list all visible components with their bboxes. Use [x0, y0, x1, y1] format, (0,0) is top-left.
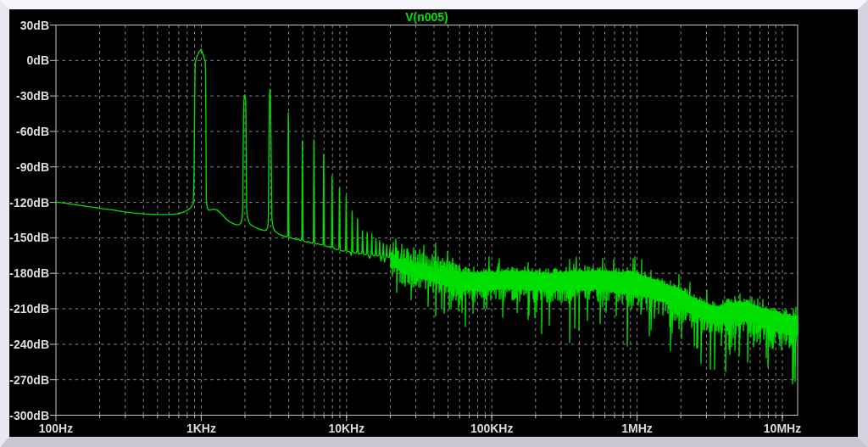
svg-text:100KHz: 100KHz — [470, 422, 514, 435]
svg-text:V(n005): V(n005) — [405, 10, 448, 24]
svg-text:-210dB: -210dB — [9, 302, 49, 316]
svg-text:10MHz: 10MHz — [764, 422, 801, 435]
svg-text:-60dB: -60dB — [16, 125, 49, 138]
svg-text:100Hz: 100Hz — [39, 422, 73, 435]
svg-text:-120dB: -120dB — [9, 196, 49, 210]
svg-text:10KHz: 10KHz — [328, 422, 364, 435]
svg-text:-90dB: -90dB — [16, 160, 49, 174]
svg-text:-150dB: -150dB — [9, 231, 49, 244]
svg-text:1MHz: 1MHz — [621, 422, 653, 435]
svg-text:1KHz: 1KHz — [186, 422, 216, 435]
svg-text:-270dB: -270dB — [9, 373, 49, 387]
svg-text:0dB: 0dB — [27, 53, 49, 67]
svg-text:-300dB: -300dB — [9, 409, 49, 422]
svg-text:-180dB: -180dB — [9, 266, 49, 280]
svg-text:-240dB: -240dB — [9, 338, 49, 351]
svg-text:-30dB: -30dB — [16, 89, 49, 103]
svg-text:30dB: 30dB — [20, 19, 49, 32]
